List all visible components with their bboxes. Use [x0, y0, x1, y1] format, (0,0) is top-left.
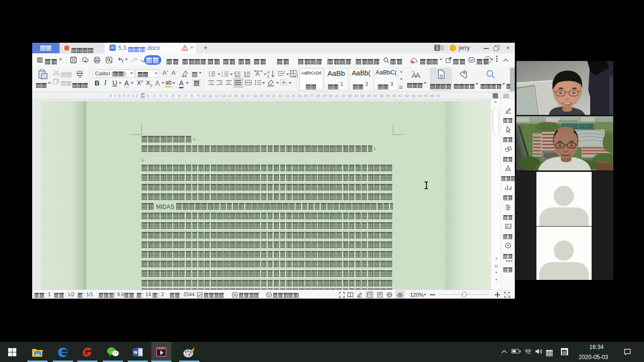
svg-text:Z: Z: [267, 74, 269, 78]
svg-text:W: W: [134, 350, 138, 355]
svg-text:!: !: [412, 61, 413, 64]
svg-text:1: 1: [221, 71, 223, 74]
svg-text:A: A: [267, 70, 270, 74]
svg-text:A: A: [415, 71, 420, 79]
svg-text:2: 2: [221, 74, 223, 77]
